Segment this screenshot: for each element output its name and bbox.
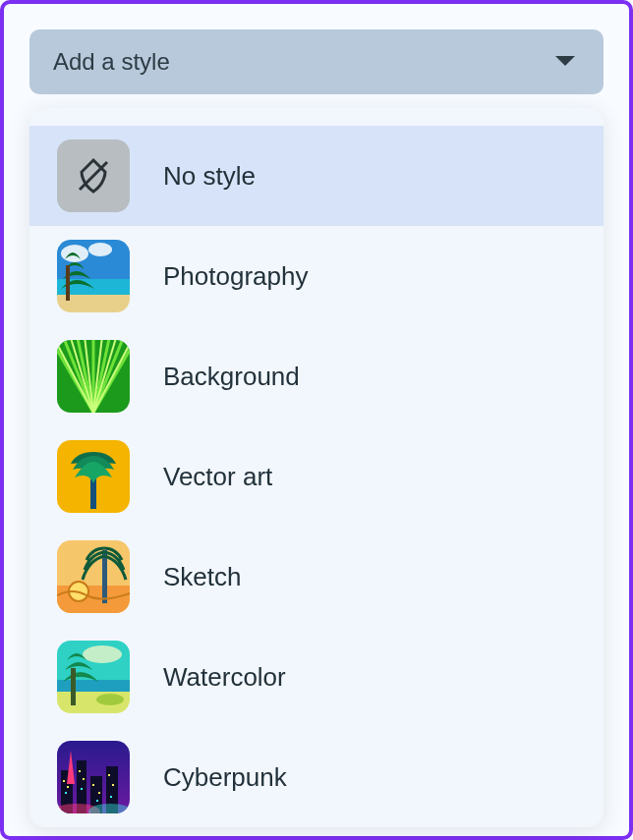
svg-rect-31 <box>71 668 76 705</box>
svg-rect-48 <box>81 788 83 790</box>
svg-point-30 <box>83 645 122 663</box>
svg-rect-6 <box>66 265 70 301</box>
style-option-label: Photography <box>163 261 308 292</box>
app-frame: Add a style No style <box>0 0 633 840</box>
svg-rect-39 <box>63 780 65 782</box>
svg-rect-46 <box>112 784 114 786</box>
style-option-label: Sketch <box>163 562 242 592</box>
style-option-label: Cyberpunk <box>163 762 287 793</box>
style-option-background[interactable]: Background <box>29 326 604 426</box>
svg-rect-40 <box>67 786 69 788</box>
svg-line-0 <box>80 162 107 190</box>
svg-rect-41 <box>79 770 81 772</box>
style-option-label: Vector art <box>163 462 272 492</box>
sketch-thumb-icon <box>57 540 130 613</box>
chevron-down-icon <box>554 55 576 69</box>
svg-rect-43 <box>92 784 94 786</box>
svg-point-32 <box>96 694 124 705</box>
svg-point-5 <box>88 243 112 256</box>
style-option-sketch[interactable]: Sketch <box>29 527 604 627</box>
style-dropdown: No style Photography <box>29 108 604 827</box>
no-style-icon <box>57 140 130 212</box>
style-option-none[interactable]: No style <box>29 126 604 226</box>
photography-thumb-icon <box>57 240 130 312</box>
background-thumb-icon <box>57 340 130 413</box>
svg-rect-49 <box>96 800 98 802</box>
vector-thumb-icon <box>57 440 130 513</box>
style-option-label: Watercolor <box>163 662 286 693</box>
style-option-watercolor[interactable]: Watercolor <box>29 627 604 727</box>
style-select-trigger[interactable]: Add a style <box>29 29 604 94</box>
svg-rect-47 <box>65 792 67 794</box>
svg-rect-24 <box>57 586 130 613</box>
style-option-photography[interactable]: Photography <box>29 226 604 326</box>
style-option-label: No style <box>163 161 256 192</box>
svg-rect-45 <box>108 774 110 776</box>
svg-rect-42 <box>83 778 85 780</box>
svg-rect-44 <box>98 792 100 794</box>
watercolor-thumb-icon <box>57 641 130 713</box>
style-option-vector[interactable]: Vector art <box>29 426 604 527</box>
cyberpunk-thumb-icon <box>57 741 130 813</box>
style-option-cyberpunk[interactable]: Cyberpunk <box>29 727 604 827</box>
style-option-label: Background <box>163 362 300 392</box>
svg-rect-50 <box>110 796 112 798</box>
svg-rect-28 <box>57 680 130 694</box>
style-select-label: Add a style <box>53 48 170 76</box>
